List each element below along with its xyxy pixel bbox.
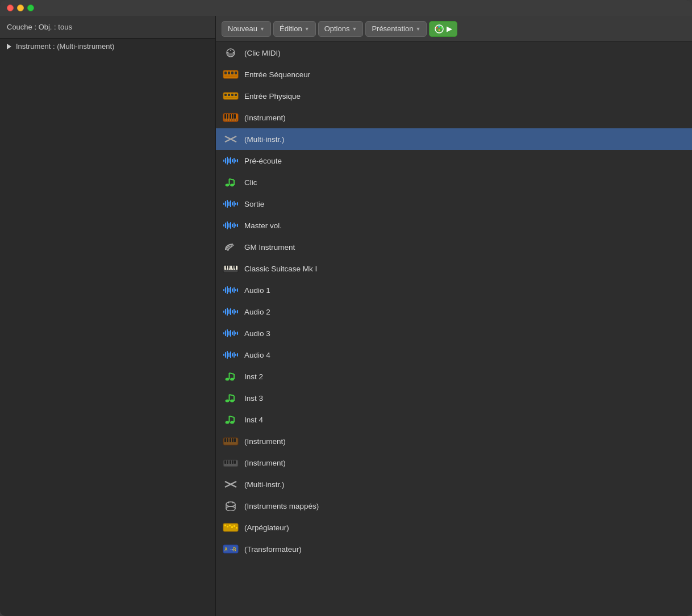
svg-rect-52 xyxy=(225,201,226,207)
svg-point-151 xyxy=(228,502,230,504)
svg-rect-110 xyxy=(225,352,226,358)
icon-note xyxy=(223,370,239,383)
list-item[interactable]: Audio 2 xyxy=(216,301,692,322)
list-item[interactable]: Master vol. xyxy=(216,215,692,236)
svg-rect-61 xyxy=(225,223,226,228)
edition-button[interactable]: Édition ▼ xyxy=(273,21,316,37)
svg-rect-109 xyxy=(223,354,224,356)
svg-rect-156 xyxy=(229,525,231,526)
svg-rect-85 xyxy=(228,288,230,292)
svg-rect-63 xyxy=(228,223,230,228)
sidebar: Couche : Obj. : tous Instrument : (Multi… xyxy=(0,16,216,616)
svg-point-46 xyxy=(226,184,230,187)
list-item[interactable]: Inst 4 xyxy=(216,409,692,430)
svg-rect-44 xyxy=(235,160,236,162)
svg-rect-155 xyxy=(227,526,228,527)
svg-rect-91 xyxy=(223,311,224,313)
close-button[interactable] xyxy=(7,5,14,11)
svg-rect-97 xyxy=(234,309,235,315)
icon-waveform xyxy=(223,305,239,318)
svg-point-1 xyxy=(436,27,438,28)
list-item-label: GM Instrument xyxy=(244,243,295,252)
icon-waveform xyxy=(223,198,239,210)
minimize-button[interactable] xyxy=(17,5,24,11)
nouveau-button[interactable]: Nouveau ▼ xyxy=(222,21,271,37)
list-item[interactable]: Audio 1 xyxy=(216,279,692,301)
presentation-label: Présentation xyxy=(372,24,413,33)
maximize-button[interactable] xyxy=(27,5,34,11)
svg-rect-93 xyxy=(227,308,228,316)
nouveau-chevron: ▼ xyxy=(260,26,265,32)
list-item[interactable]: (Multi-instr.) xyxy=(216,128,692,150)
svg-rect-57 xyxy=(234,201,235,207)
list-item[interactable]: Clic xyxy=(216,171,692,193)
options-button[interactable]: Options ▼ xyxy=(318,21,364,37)
svg-rect-134 xyxy=(224,438,226,442)
list-item[interactable]: Sortie xyxy=(216,193,692,215)
list-item[interactable]: (Instrument) xyxy=(216,452,692,473)
svg-rect-141 xyxy=(227,460,228,464)
svg-rect-26 xyxy=(230,114,231,119)
svg-rect-89 xyxy=(235,289,236,291)
svg-rect-82 xyxy=(223,289,224,291)
svg-rect-62 xyxy=(227,221,228,229)
svg-rect-53 xyxy=(227,200,228,208)
list-item[interactable]: Audio 4 xyxy=(216,344,692,366)
svg-rect-27 xyxy=(232,114,234,119)
svg-rect-88 xyxy=(234,287,235,293)
presentation-button[interactable]: Présentation ▼ xyxy=(365,21,427,37)
icon-keyboard2 xyxy=(223,435,239,447)
list-item[interactable]: Entrée Séquenceur xyxy=(216,64,692,85)
list-item[interactable]: Inst 3 xyxy=(216,387,692,409)
list-item[interactable]: (Instrument) xyxy=(216,107,692,128)
list-item[interactable]: GM Instrument xyxy=(216,236,692,258)
svg-rect-25 xyxy=(227,114,228,119)
svg-rect-21 xyxy=(235,94,237,96)
list-item[interactable]: Classic Suitcase Mk I xyxy=(216,258,692,279)
list-item[interactable]: A → B (Transformateur) xyxy=(216,538,692,560)
paint-button[interactable]: ▶ xyxy=(429,21,457,37)
icon-waveform xyxy=(223,154,239,167)
svg-rect-114 xyxy=(232,353,233,357)
list-item[interactable]: Pré-écoute xyxy=(216,150,692,171)
svg-rect-107 xyxy=(235,332,236,334)
instrument-list[interactable]: (Clic MIDI) Entrée Séquenceur Entrée Phy… xyxy=(216,42,692,616)
icon-arp xyxy=(223,521,239,534)
svg-point-150 xyxy=(226,506,235,511)
list-item[interactable]: Entrée Physique xyxy=(216,85,692,107)
list-item[interactable]: Audio 3 xyxy=(216,322,692,344)
list-item[interactable]: (Clic MIDI) xyxy=(216,42,692,64)
list-item[interactable]: (Multi-instr.) xyxy=(216,473,692,495)
svg-rect-136 xyxy=(230,438,231,442)
svg-rect-18 xyxy=(224,94,227,96)
svg-rect-19 xyxy=(228,94,230,96)
icon-dish xyxy=(223,241,239,253)
icon-note xyxy=(223,392,239,404)
list-item[interactable]: (Arpégiateur) xyxy=(216,517,692,538)
svg-rect-142 xyxy=(230,460,231,464)
list-item-label: (Instrument) xyxy=(244,437,286,446)
svg-rect-67 xyxy=(235,224,236,227)
svg-rect-104 xyxy=(230,330,231,337)
icon-waveform xyxy=(223,327,239,340)
svg-rect-83 xyxy=(225,287,226,293)
svg-rect-77 xyxy=(236,266,237,270)
icon-waveform xyxy=(223,219,239,232)
sidebar-tree-item[interactable]: Instrument : (Multi-instrument) xyxy=(0,39,215,54)
svg-rect-135 xyxy=(227,438,228,442)
list-item[interactable]: Inst 2 xyxy=(216,366,692,387)
svg-rect-143 xyxy=(232,460,234,464)
svg-rect-20 xyxy=(231,94,234,96)
svg-rect-103 xyxy=(228,331,230,336)
svg-rect-66 xyxy=(234,223,235,228)
svg-rect-94 xyxy=(228,309,230,314)
list-item[interactable]: (Instrument) xyxy=(216,430,692,452)
list-item-label: Sortie xyxy=(244,200,264,208)
edition-chevron: ▼ xyxy=(305,26,310,32)
svg-rect-90 xyxy=(237,288,238,292)
svg-rect-60 xyxy=(223,224,224,227)
list-item[interactable]: (Instruments mappés) xyxy=(216,495,692,517)
sidebar-header: Couche : Obj. : tous xyxy=(0,16,215,39)
paint-icon xyxy=(434,24,444,34)
svg-rect-58 xyxy=(235,203,236,205)
